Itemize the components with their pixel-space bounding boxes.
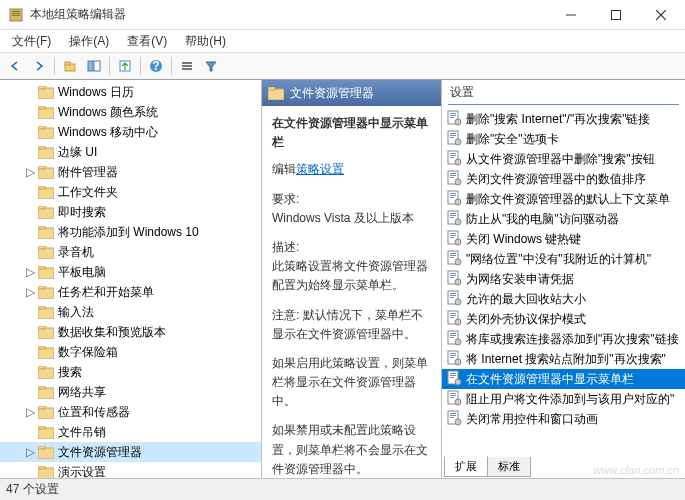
menu-action[interactable]: 操作(A) [61,31,117,52]
setting-item[interactable]: 删除"搜索 Internet"/"再次搜索"链接 [442,109,685,129]
tree-item[interactable]: 边缘 UI [0,142,261,162]
expander-icon[interactable] [24,246,36,258]
setting-item[interactable]: 允许的最大回收站大小 [442,289,685,309]
svg-rect-56 [38,468,54,479]
expander-icon[interactable]: ▷ [24,286,36,298]
tab-extended[interactable]: 扩展 [444,456,488,477]
setting-item[interactable]: 阻止用户将文件添加到与该用户对应的" [442,389,685,409]
svg-rect-112 [450,315,456,316]
setting-item[interactable]: "网络位置"中没有"我附近的计算机" [442,249,685,269]
expander-icon[interactable]: ▷ [24,446,36,458]
tree-item[interactable]: 演示设置 [0,462,261,478]
expander-icon[interactable] [24,126,36,138]
menu-file[interactable]: 文件(F) [4,31,59,52]
setting-item[interactable]: 防止从"我的电脑"访问驱动器 [442,209,685,229]
tree-item[interactable]: 网络共享 [0,382,261,402]
filter-options-button[interactable] [176,55,198,77]
tree-pane[interactable]: Windows 日历Windows 颜色系统Windows 移动中心边缘 UI▷… [0,80,262,478]
expander-icon[interactable] [24,106,36,118]
expander-icon[interactable] [24,466,36,478]
expander-icon[interactable]: ▷ [24,266,36,278]
expander-icon[interactable] [24,386,36,398]
forward-button[interactable] [28,55,50,77]
svg-rect-24 [38,148,54,159]
svg-rect-82 [450,195,456,196]
setting-item[interactable]: 从文件资源管理器中删除"搜索"按钮 [442,149,685,169]
tree-item[interactable]: Windows 移动中心 [0,122,261,142]
svg-rect-137 [450,415,456,416]
svg-rect-44 [38,348,54,359]
menu-help[interactable]: 帮助(H) [177,31,234,52]
edit-policy-link[interactable]: 策略设置 [296,162,344,176]
setting-item[interactable]: 关闭常用控件和窗口动画 [442,409,685,429]
tree-item[interactable]: ▷位置和传感器 [0,402,261,422]
setting-item[interactable]: 将 Internet 搜索站点附加到"再次搜索" [442,349,685,369]
tab-standard[interactable]: 标准 [487,457,531,477]
policy-icon [446,210,462,229]
setting-item-label: 允许的最大回收站大小 [466,291,586,308]
settings-column-header[interactable]: 设置 [442,80,685,102]
disable-text: 如果禁用或未配置此策略设置，则菜单栏将不会显示在文件资源管理器中。 [272,421,431,478]
expander-icon[interactable] [24,366,36,378]
svg-rect-16 [182,65,192,67]
help-button[interactable]: ? [145,55,167,77]
tree-item[interactable]: Windows 颜色系统 [0,102,261,122]
export-button[interactable] [114,55,136,77]
svg-rect-47 [38,366,45,369]
expander-icon[interactable]: ▷ [24,166,36,178]
setting-item-label: 从文件资源管理器中删除"搜索"按钮 [466,151,655,168]
svg-rect-116 [450,333,456,334]
setting-item[interactable]: 在文件资源管理器中显示菜单栏 [442,369,685,389]
tree-item[interactable]: ▷任务栏和开始菜单 [0,282,261,302]
setting-item[interactable]: 关闭外壳协议保护模式 [442,309,685,329]
tree-item[interactable]: 将功能添加到 Windows 10 [0,222,261,242]
expander-icon[interactable]: ▷ [24,406,36,418]
tree-item[interactable]: 工作文件夹 [0,182,261,202]
tree-item[interactable]: 输入法 [0,302,261,322]
settings-list[interactable]: 删除"搜索 Internet"/"再次搜索"链接删除"安全"选项卡从文件资源管理… [442,109,685,456]
tree-item[interactable]: ▷平板电脑 [0,262,261,282]
setting-item[interactable]: 关闭文件资源管理器中的数值排序 [442,169,685,189]
svg-rect-72 [450,155,456,156]
expander-icon[interactable] [24,226,36,238]
expander-icon[interactable] [24,426,36,438]
filter-button[interactable] [200,55,222,77]
show-hide-tree-button[interactable] [83,55,105,77]
setting-item[interactable]: 关闭 Windows 键热键 [442,229,685,249]
tree-item[interactable]: 搜索 [0,362,261,382]
expander-icon[interactable] [24,326,36,338]
expander-icon[interactable] [24,86,36,98]
maximize-button[interactable] [593,0,638,30]
tree-item[interactable]: ▷文件资源管理器 [0,442,261,462]
back-button[interactable] [4,55,26,77]
expander-icon[interactable] [24,346,36,358]
up-button[interactable] [59,55,81,77]
svg-rect-127 [450,375,456,376]
minimize-button[interactable] [548,0,593,30]
tree-item[interactable]: 文件吊销 [0,422,261,442]
tree-item[interactable]: 数据收集和预览版本 [0,322,261,342]
svg-rect-40 [38,308,54,319]
status-text: 47 个设置 [6,481,59,498]
setting-item[interactable]: 删除"安全"选项卡 [442,129,685,149]
setting-item[interactable]: 为网络安装申请凭据 [442,269,685,289]
tree-item-label: Windows 日历 [58,84,134,101]
setting-item[interactable]: 将库或搜索连接器添加到"再次搜索"链接 [442,329,685,349]
tree-item[interactable]: 数字保险箱 [0,342,261,362]
expander-icon[interactable] [24,206,36,218]
tree-item[interactable]: ▷附件管理器 [0,162,261,182]
menu-view[interactable]: 查看(V) [119,31,175,52]
svg-rect-54 [38,448,54,459]
tree-item[interactable]: Windows 日历 [0,82,261,102]
setting-item-label: 关闭常用控件和窗口动画 [466,411,598,428]
tree-item[interactable]: 即时搜索 [0,202,261,222]
expander-icon[interactable] [24,146,36,158]
svg-rect-86 [450,213,456,214]
app-icon [8,7,24,23]
expander-icon[interactable] [24,186,36,198]
expander-icon[interactable] [24,306,36,318]
tree-item[interactable]: 录音机 [0,242,261,262]
close-button[interactable] [638,0,683,30]
setting-item[interactable]: 删除文件资源管理器的默认上下文菜单 [442,189,685,209]
svg-rect-77 [450,175,456,176]
